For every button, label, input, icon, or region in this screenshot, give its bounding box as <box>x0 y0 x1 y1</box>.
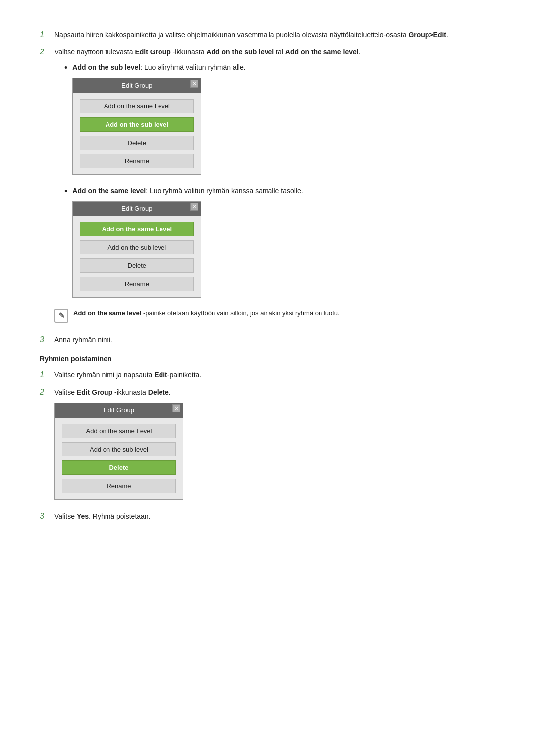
bullet-dot-2: • <box>64 185 67 198</box>
note-icon: ✎ <box>54 309 68 323</box>
dialog-sub-level: Edit Group ✕ Add on the same Level Add o… <box>72 78 201 175</box>
dialog-same-level: Edit Group ✕ Add on the same Level Add o… <box>72 201 201 298</box>
step-3-text: Anna ryhmän nimi. <box>54 336 112 344</box>
s2-step-2-content: Valitse Edit Group -ikkunasta Delete. Ed… <box>54 387 495 504</box>
bullet-list-1: • Add on the sub level: Luo aliryhmä val… <box>64 62 495 302</box>
dialog-close-1[interactable]: ✕ <box>190 80 198 88</box>
note-bold: Add on the same level <box>73 309 141 317</box>
step-3: 3 Anna ryhmän nimi. <box>40 335 495 345</box>
s2-step-1-number: 1 <box>40 370 54 379</box>
s2-step-1-content: Valitse ryhmän nimi ja napsauta Edit-pai… <box>54 370 495 380</box>
s2-step-2: 2 Valitse Edit Group -ikkunasta Delete. … <box>40 387 495 504</box>
step-3-number: 3 <box>40 335 54 344</box>
s2-step-3: 3 Valitse Yes. Ryhmä poistetaan. <box>40 511 495 522</box>
step-3-content: Anna ryhmän nimi. <box>54 335 495 345</box>
dialog-btn-same-level-3[interactable]: Add on the same Level <box>62 424 176 438</box>
dialog-delete: Edit Group ✕ Add on the same Level Add o… <box>54 403 183 500</box>
dialog-btn-sub-level-1[interactable]: Add on the sub level <box>80 117 194 132</box>
step-1-content: Napsauta hiiren kakkospainiketta ja vali… <box>54 30 495 40</box>
dialog-title-text-2: Edit Group <box>121 204 152 214</box>
step-1-text: Napsauta hiiren kakkospainiketta ja vali… <box>54 31 448 39</box>
bullet-label-2: Add on the same level <box>72 187 146 195</box>
dialog-btn-sub-level-3[interactable]: Add on the sub level <box>62 442 176 456</box>
s2-step-1: 1 Valitse ryhmän nimi ja napsauta Edit-p… <box>40 370 495 380</box>
bullet-item-sub-level: • Add on the sub level: Luo aliryhmä val… <box>64 62 495 180</box>
step-2-content: Valitse näyttöön tulevasta Edit Group -i… <box>54 47 495 328</box>
s2-step-3-text: Valitse Yes. Ryhmä poistetaan. <box>54 512 151 520</box>
bullet-item-same-level: • Add on the same level: Luo ryhmä valit… <box>64 186 495 303</box>
dialog-close-2[interactable]: ✕ <box>190 203 198 211</box>
step-2: 2 Valitse näyttöön tulevasta Edit Group … <box>40 47 495 328</box>
dialog-btn-delete-3[interactable]: Delete <box>62 460 176 475</box>
dialog-title-text-3: Edit Group <box>104 405 134 415</box>
section2-heading: Ryhmien poistaminen <box>40 355 495 363</box>
dialog-title-text-1: Edit Group <box>121 81 152 91</box>
dialog-title-3: Edit Group ✕ <box>55 403 183 418</box>
dialog-title-2: Edit Group ✕ <box>73 202 201 216</box>
bullet-text-2: Add on the same level: Luo ryhmä valitun… <box>72 186 303 303</box>
dialog-body-1: Add on the same Level Add on the sub lev… <box>73 93 201 174</box>
step-2-text: Valitse näyttöön tulevasta Edit Group -i… <box>54 48 361 56</box>
bullet-dot-1: • <box>64 61 67 75</box>
s2-step-2-text: Valitse Edit Group -ikkunasta Delete. <box>54 388 171 396</box>
dialog-btn-delete-1[interactable]: Delete <box>80 136 194 150</box>
note-box: ✎ Add on the same level -painike otetaan… <box>54 308 495 323</box>
dialog-close-3[interactable]: ✕ <box>172 404 180 412</box>
step-1: 1 Napsauta hiiren kakkospainiketta ja va… <box>40 30 495 40</box>
dialog-btn-rename-3[interactable]: Rename <box>62 479 176 493</box>
dialog-btn-sub-level-2[interactable]: Add on the sub level <box>80 240 194 254</box>
bullet-desc-1: : Luo aliryhmä valitun ryhmän alle. <box>140 63 245 71</box>
bullet-desc-2: : Luo ryhmä valitun ryhmän kanssa samall… <box>146 187 303 195</box>
dialog-body-3: Add on the same Level Add on the sub lev… <box>55 418 183 499</box>
note-text: Add on the same level -painike otetaan k… <box>73 308 340 318</box>
dialog-btn-rename-2[interactable]: Rename <box>80 277 194 291</box>
dialog-btn-delete-2[interactable]: Delete <box>80 258 194 273</box>
s2-step-3-content: Valitse Yes. Ryhmä poistetaan. <box>54 511 495 522</box>
dialog-btn-same-level-1[interactable]: Add on the same Level <box>80 99 194 113</box>
dialog-btn-same-level-2[interactable]: Add on the same Level <box>80 222 194 236</box>
s2-step-3-number: 3 <box>40 511 54 521</box>
s2-step-1-text: Valitse ryhmän nimi ja napsauta Edit-pai… <box>54 371 201 379</box>
bullet-label-1: Add on the sub level <box>72 63 140 71</box>
dialog-title-1: Edit Group ✕ <box>73 78 201 93</box>
s2-step-2-number: 2 <box>40 387 54 397</box>
dialog-body-2: Add on the same Level Add on the sub lev… <box>73 216 201 297</box>
dialog-btn-rename-1[interactable]: Rename <box>80 154 194 168</box>
pencil-icon: ✎ <box>58 310 65 322</box>
step-2-number: 2 <box>40 47 54 56</box>
bullet-text-1: Add on the sub level: Luo aliryhmä valit… <box>72 62 245 180</box>
step-1-number: 1 <box>40 30 54 39</box>
